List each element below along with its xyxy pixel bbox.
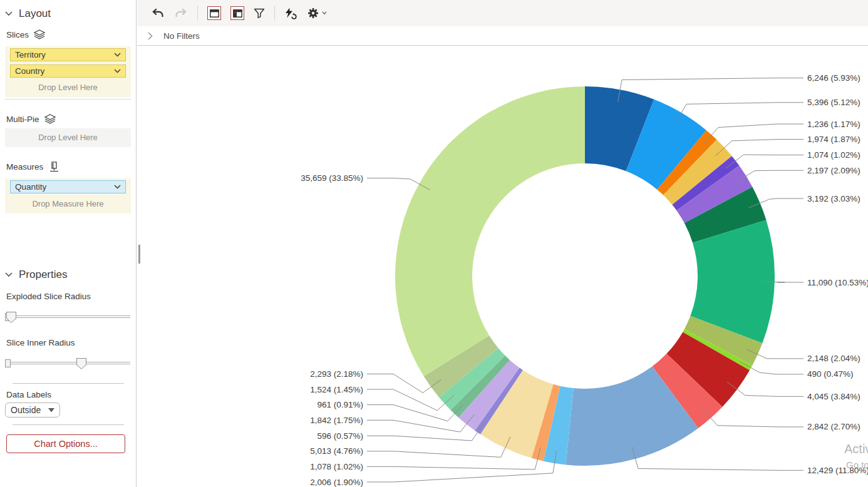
slice-inner-radius-slider[interactable] — [5, 357, 130, 371]
slice-data-label: 6,246 (5.93%) — [807, 73, 860, 83]
top-toolbar — [137, 0, 868, 26]
settings-gear-icon[interactable] — [307, 7, 327, 19]
slice-data-label: 5,013 (4.76%) — [310, 446, 363, 456]
chevron-right-icon[interactable] — [148, 32, 153, 40]
slices-label: Slices — [6, 30, 29, 39]
data-labels-select[interactable]: Outside — [5, 402, 60, 418]
slice-data-label: 3,192 (3.03%) — [807, 194, 860, 203]
slider-start-cap — [5, 359, 11, 367]
undo-icon[interactable] — [151, 7, 165, 19]
slices-label-row: Slices — [6, 29, 45, 39]
toolbar-separator — [197, 6, 198, 21]
slice-data-label: 596 (0.57%) — [317, 431, 363, 441]
layers-icon — [34, 29, 45, 39]
chevron-down-icon[interactable] — [114, 69, 121, 73]
slice-level-label: Territory — [15, 50, 46, 59]
slice-data-label: 2,197 (2.09%) — [807, 166, 860, 175]
label-leader-line — [367, 422, 485, 441]
slice-data-label: 1,974 (1.87%) — [807, 135, 860, 144]
slices-drop-zone[interactable]: Territory Country Drop Level Here — [5, 46, 131, 97]
slice-data-label: 2,006 (1.90%) — [310, 478, 363, 487]
section-divider — [13, 383, 124, 384]
layout-section-title: Layout — [19, 8, 51, 20]
chevron-down-icon[interactable] — [114, 185, 121, 189]
measures-label: Measures — [6, 162, 43, 172]
chevron-down-icon[interactable] — [114, 53, 121, 57]
slice-data-label: 1,236 (1.17%) — [807, 120, 860, 129]
chevron-down-icon — [5, 11, 13, 16]
section-divider — [13, 424, 124, 425]
slice-level-label: Country — [15, 66, 44, 76]
slice-data-label: 961 (0.91%) — [317, 400, 363, 409]
multi-pie-label: Multi-Pie — [6, 115, 39, 124]
rerun-query-icon[interactable] — [284, 8, 297, 19]
slider-track[interactable] — [5, 362, 130, 364]
slice-data-label: 12,429 (11.80%) — [807, 466, 868, 475]
slice-level-country[interactable]: Country — [10, 64, 126, 78]
no-filters-text: No Filters — [163, 31, 200, 41]
slice-data-label: 35,659 (33.85%) — [301, 173, 363, 183]
data-labels-value: Outside — [11, 405, 41, 415]
slice-data-label: 1,842 (1.75%) — [310, 416, 363, 425]
filter-bar: No Filters — [137, 26, 868, 46]
measures-drop-zone[interactable]: Quantity Drop Measure Here — [5, 178, 131, 213]
slice-data-label: 2,842 (2.70%) — [807, 422, 860, 431]
slider-track[interactable] — [5, 315, 130, 318]
maximize-panel-icon[interactable] — [207, 6, 221, 20]
slice-data-label: 5,396 (5.12%) — [807, 98, 860, 107]
slider-thumb[interactable] — [6, 312, 16, 323]
properties-section-title: Properties — [19, 269, 67, 281]
caret-down-icon — [322, 11, 327, 15]
caret-down-icon — [48, 408, 54, 413]
section-divider — [5, 99, 131, 100]
layout-section-header[interactable]: Layout — [5, 8, 51, 20]
slice-level-territory[interactable]: Territory — [10, 48, 126, 61]
drop-level-hint: Drop Level Here — [5, 133, 131, 142]
slice-inner-radius-label: Slice Inner Radius — [6, 338, 75, 347]
donut-chart-canvas: 6,246 (5.93%)5,396 (5.12%)1,236 (1.17%)1… — [137, 46, 868, 487]
label-leader-line — [675, 103, 803, 124]
multi-pie-drop-zone[interactable]: Drop Level Here — [5, 128, 131, 147]
layers-icon — [44, 114, 56, 124]
properties-section-header[interactable]: Properties — [5, 269, 67, 281]
toolbar-separator — [274, 6, 275, 21]
slider-thumb[interactable] — [76, 358, 86, 369]
measure-label: Quantity — [15, 182, 46, 192]
measure-quantity[interactable]: Quantity — [10, 180, 126, 193]
slice-data-label: 2,148 (2.04%) — [807, 354, 860, 363]
slice-data-label: 490 (0.47%) — [807, 369, 854, 379]
exploded-slice-radius-label: Exploded Slice Radius — [6, 292, 91, 301]
exploded-slice-radius-slider[interactable] — [5, 310, 130, 324]
measures-label-row: Measures — [6, 161, 59, 172]
layout-sidebar: Layout Slices Territory Country Drop Lev… — [0, 0, 137, 487]
slice-data-label: 1,078 (1.02%) — [310, 462, 363, 471]
label-leader-line — [367, 437, 510, 458]
drop-level-hint: Drop Level Here — [5, 83, 131, 92]
drop-measure-hint: Drop Measure Here — [5, 199, 131, 208]
slice-data-label: 1,074 (1.02%) — [807, 150, 860, 160]
multi-pie-label-row: Multi-Pie — [6, 114, 56, 124]
ruler-icon — [48, 161, 59, 172]
redo-icon[interactable] — [174, 7, 188, 19]
chevron-down-icon — [5, 272, 13, 277]
slice-data-label: 1,524 (1.45%) — [310, 385, 363, 394]
chart-options-button[interactable]: Chart Options... — [6, 434, 125, 453]
data-labels-label: Data Labels — [6, 390, 51, 399]
pie-slice[interactable] — [395, 86, 585, 376]
slice-data-label: 4,045 (3.84%) — [807, 392, 860, 401]
slice-data-label: 2,293 (2.18%) — [310, 369, 363, 379]
data-panel-icon[interactable] — [230, 6, 244, 20]
filter-funnel-icon[interactable] — [254, 8, 265, 19]
slice-data-label: 11,090 (10.53%) — [807, 278, 868, 287]
